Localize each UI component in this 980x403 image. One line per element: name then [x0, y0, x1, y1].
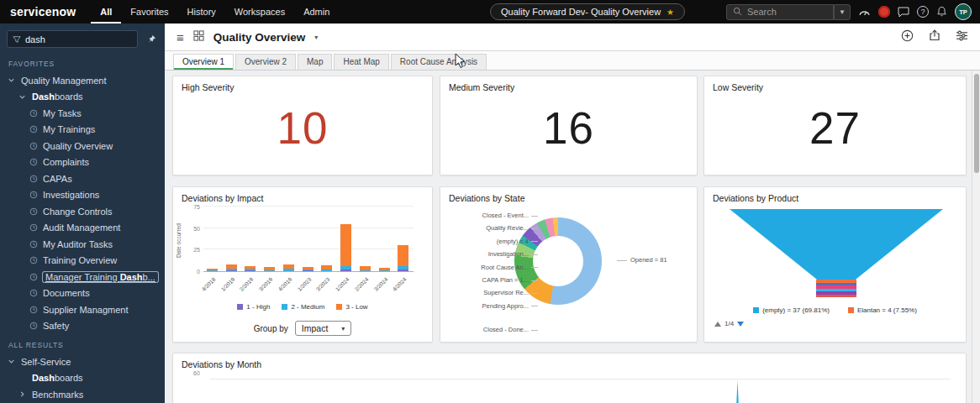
- sidebar-item-documents[interactable]: Documents: [0, 285, 165, 302]
- chevron-down-icon[interactable]: ▾: [314, 34, 318, 41]
- bar-2-2019[interactable]: [245, 266, 256, 271]
- sidebar-filter-input[interactable]: [25, 34, 132, 44]
- tab-overview-2[interactable]: Overview 2: [235, 54, 296, 70]
- pin-icon[interactable]: [145, 34, 158, 44]
- legend-item-2-medium[interactable]: 2 - Medium: [282, 303, 324, 311]
- legend-item-elantan-4-7-55[interactable]: Elantan = 4 (7.55%): [848, 306, 917, 314]
- bar-segment-3-low[interactable]: [340, 224, 351, 266]
- grid-icon[interactable]: [193, 29, 204, 44]
- sidebar-item-label: Investigations: [43, 190, 99, 200]
- clock-icon: [29, 109, 38, 118]
- sidebar-item-manager-training-dashb[interactable]: Manager Training Dashb...: [0, 269, 165, 285]
- bar-2-2024[interactable]: [360, 266, 371, 271]
- search-scope-dropdown[interactable]: ▼: [834, 4, 851, 20]
- help-icon[interactable]: ?: [917, 6, 929, 18]
- card-deviations-by-state: Deviations by State Closed - Event...Qua…: [440, 186, 698, 343]
- legend-item-empty-37-69-81[interactable]: (empty) = 37 (69.81%): [753, 306, 830, 314]
- bar-segment-1-high[interactable]: [303, 270, 313, 271]
- sidebar-item-supplier-managment[interactable]: Supplier Managment: [0, 301, 165, 318]
- donut-slice-label: Supervisor Re...: [442, 286, 538, 299]
- dashboard-context-pill[interactable]: Quality Forward Dev- Quality Overview ★: [490, 3, 685, 20]
- clock-icon: [29, 322, 38, 330]
- sidebar-item-dashboards[interactable]: Dashboards: [0, 89, 165, 106]
- bar-4-2019[interactable]: [283, 264, 294, 271]
- bar-segment-2-medium[interactable]: [321, 270, 332, 271]
- group-by-select[interactable]: Impact ▾: [295, 321, 352, 336]
- tab-root-cause-analysis[interactable]: Root Cause Analysis: [391, 54, 487, 70]
- bar-4-2018[interactable]: [207, 269, 218, 271]
- bar-segment-3-low[interactable]: [398, 245, 408, 266]
- bar-segment-2-medium[interactable]: [264, 270, 275, 271]
- legend-item-3-low[interactable]: 3 - Low: [336, 303, 367, 311]
- funnel-row-segment[interactable]: [816, 295, 856, 298]
- scorecard-high-severity: High Severity 10: [172, 76, 433, 175]
- bar-segment-1-high[interactable]: [340, 270, 351, 271]
- topnav-item-history[interactable]: History: [178, 0, 225, 24]
- servicenow-logo[interactable]: servicenow: [0, 5, 91, 18]
- topnav-item-admin[interactable]: Admin: [294, 0, 339, 24]
- bar-segment-2-medium[interactable]: [207, 270, 218, 271]
- chat-icon[interactable]: [898, 7, 909, 18]
- sidebar-item-quality-management[interactable]: Quality Management: [0, 72, 165, 89]
- bar-1-2024[interactable]: [340, 224, 351, 271]
- configure-sliders-button[interactable]: [956, 29, 968, 44]
- topnav-item-all[interactable]: All: [91, 0, 121, 24]
- card-deviations-by-product: Deviations by Product (empty) = 37 (69.8…: [703, 186, 967, 343]
- avatar[interactable]: TP: [955, 3, 972, 20]
- hamburger-menu-icon[interactable]: ≡: [177, 31, 184, 44]
- month-spike[interactable]: [733, 380, 742, 403]
- sidebar-item-dashboards[interactable]: Dashboards: [0, 370, 165, 387]
- sidebar-item-my-trainings[interactable]: My Trainings: [0, 122, 165, 139]
- app-body: FAVORITESQuality ManagementDashboardsMy …: [0, 24, 980, 403]
- sidebar-item-safety[interactable]: Safety: [0, 318, 165, 335]
- score-value-low[interactable]: 27: [704, 102, 966, 154]
- sidebar-item-capas[interactable]: CAPAs: [0, 170, 165, 187]
- sidebar-item-label: Audit Management: [43, 222, 120, 233]
- legend-item-1-high[interactable]: 1 - High: [237, 303, 270, 311]
- topnav-item-favorites[interactable]: Favorites: [121, 0, 177, 24]
- tab-overview-1[interactable]: Overview 1: [173, 54, 234, 70]
- page-down-icon[interactable]: [737, 322, 744, 327]
- bar-segment-1-high[interactable]: [226, 270, 237, 271]
- record-status-icon[interactable]: [878, 6, 890, 18]
- bar-segment-1-high[interactable]: [245, 270, 256, 271]
- bar-4-2024[interactable]: [398, 245, 408, 271]
- bar-3-2024[interactable]: [379, 268, 390, 271]
- sidebar-item-self-service[interactable]: Self-Service: [0, 353, 165, 370]
- sidebar-item-quality-overview[interactable]: Quality Overview: [0, 138, 165, 154]
- favorite-star-icon[interactable]: ★: [667, 8, 674, 17]
- tab-map[interactable]: Map: [298, 54, 332, 70]
- bar-3-2023[interactable]: [321, 265, 332, 271]
- funnel-top-segment[interactable]: [730, 209, 943, 280]
- score-value-high[interactable]: 10: [173, 102, 432, 154]
- bar-segment-2-medium[interactable]: [283, 269, 294, 271]
- global-search-input[interactable]: Search: [726, 4, 834, 20]
- share-button[interactable]: [929, 29, 940, 44]
- group-by-value: Impact: [302, 323, 329, 333]
- bar-segment-1-high[interactable]: [398, 270, 408, 271]
- bar-1-2023[interactable]: [303, 267, 313, 271]
- bell-icon[interactable]: [936, 6, 947, 18]
- bar-segment-2-medium[interactable]: [379, 270, 390, 271]
- donut-slice-label: Closed - Done...: [442, 323, 538, 336]
- topnav-item-workspaces[interactable]: Workspaces: [225, 0, 294, 24]
- sidebar-item-training-overview[interactable]: Training Overview: [0, 253, 165, 270]
- sidebar-item-change-controls[interactable]: Change Controls: [0, 203, 165, 220]
- sidebar-item-my-auditor-tasks[interactable]: My Auditor Tasks: [0, 236, 165, 253]
- sidebar-item-investigations[interactable]: Investigations: [0, 187, 165, 204]
- legend-label: (empty) = 37 (69.81%): [762, 306, 830, 314]
- sidebar-item-benchmarks[interactable]: Benchmarks: [0, 386, 165, 403]
- add-widget-button[interactable]: [901, 29, 914, 45]
- scrollbar-thumb[interactable]: [974, 74, 979, 173]
- bar-3-2019[interactable]: [264, 267, 275, 271]
- gauge-icon[interactable]: [858, 7, 871, 17]
- bar-segment-2-medium[interactable]: [360, 270, 371, 271]
- sidebar-item-audit-management[interactable]: Audit Management: [0, 220, 165, 237]
- bar-1-2019[interactable]: [226, 264, 237, 271]
- donut-slice-label: Pending Appro...: [442, 300, 538, 312]
- sidebar-item-my-tasks[interactable]: My Tasks: [0, 105, 165, 122]
- score-value-medium[interactable]: 16: [440, 102, 697, 154]
- page-up-icon[interactable]: [714, 322, 721, 327]
- sidebar-item-complaints[interactable]: Complaints: [0, 154, 165, 171]
- tab-heat-map[interactable]: Heat Map: [334, 54, 388, 70]
